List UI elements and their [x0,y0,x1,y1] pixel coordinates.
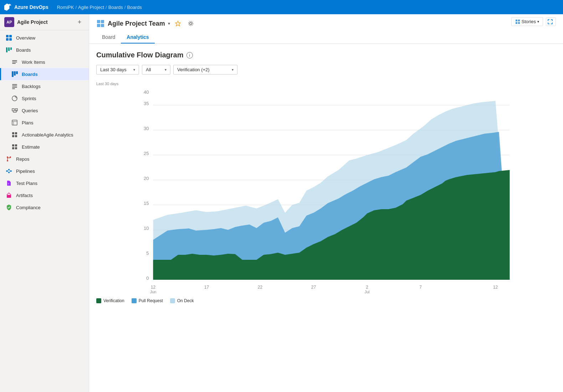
svg-rect-33 [15,147,17,149]
content-tabs: Board Analytics [96,31,556,43]
svg-rect-16 [12,88,15,89]
svg-rect-48 [7,195,11,198]
svg-rect-2 [6,38,9,41]
svg-rect-9 [12,63,16,64]
svg-rect-13 [12,84,17,85]
svg-line-46 [10,171,10,172]
sidebar-item-boards-group[interactable]: Boards [0,44,89,56]
svg-text:5: 5 [146,251,149,256]
svg-rect-10 [12,71,14,77]
svg-rect-4 [6,47,7,52]
azure-devops-logo-icon [4,4,11,11]
breadcrumb-boards-2[interactable]: Boards [127,5,142,10]
overview-icon [5,34,12,41]
svg-rect-8 [12,62,17,62]
svg-rect-14 [12,86,17,86]
type-chevron-icon: ▾ [165,68,167,72]
tab-board[interactable]: Board [96,31,121,43]
pipelines-icon [5,167,12,175]
sidebar-item-plans[interactable]: Plans [0,117,89,129]
svg-text:T: T [8,183,9,185]
breadcrumb-agile-project[interactable]: Agile Project [78,5,104,10]
sidebar-item-boards[interactable]: Boards [0,68,89,80]
period-chevron-icon: ▾ [133,68,135,72]
cfd-chart: 0 5 10 15 20 25 30 35 40 [96,87,556,294]
sidebar-item-estimate[interactable]: Estimate [0,141,89,153]
svg-rect-56 [516,20,517,21]
content-area: Agile Project Team ▾ Stories ▾ [89,14,563,392]
sidebar-item-repos[interactable]: Repos [0,153,89,165]
stages-filter-value: Verification (+2) [177,67,210,72]
svg-text:30: 30 [144,126,149,131]
analytics-body: Cumulative Flow Diagram i Last 30 days ▾… [89,44,563,392]
sidebar-item-sprints[interactable]: Sprints [0,92,89,104]
breadcrumb-sep-2: / [106,5,107,10]
project-name: Agile Project [17,19,48,25]
sidebar-item-compliance[interactable]: Compliance [0,201,89,213]
period-filter[interactable]: Last 30 days ▾ [96,65,139,74]
stages-filter[interactable]: Verification (+2) ▾ [173,65,237,74]
sidebar-item-compliance-label: Compliance [16,205,41,210]
sidebar-item-artifacts[interactable]: Artifacts [0,189,89,201]
svg-point-54 [190,22,192,25]
sidebar-item-work-items-label: Work Items [22,60,45,65]
tab-analytics[interactable]: Analytics [121,31,154,43]
artifacts-icon [5,192,12,199]
svg-text:12: 12 [493,285,498,290]
sidebar-item-pipelines[interactable]: Pipelines [0,165,89,177]
sidebar-nav: Overview Boards [0,30,89,215]
svg-rect-57 [518,20,520,21]
breadcrumb-boards-1[interactable]: Boards [108,5,123,10]
svg-text:12: 12 [151,285,156,290]
compliance-icon [5,204,12,211]
breadcrumb-romipk[interactable]: RomiPK [57,5,74,10]
svg-rect-6 [10,47,12,50]
svg-text:Jun: Jun [150,290,157,294]
svg-text:25: 25 [144,151,149,156]
settings-button[interactable] [186,19,196,29]
svg-point-35 [7,160,8,161]
topbar: Azure DevOps RomiPK / Agile Project / Bo… [0,0,563,14]
svg-text:20: 20 [144,176,149,181]
svg-point-42 [10,170,12,172]
sidebar-item-overview[interactable]: Overview [0,32,89,44]
svg-text:40: 40 [144,89,149,95]
add-project-button[interactable]: + [75,17,85,27]
sidebar-item-work-items[interactable]: Work Items [0,56,89,68]
svg-text:10: 10 [144,226,149,231]
stories-label: Stories [522,19,536,24]
pull-request-label: Pull Request [139,298,163,303]
sidebar-item-backlogs[interactable]: Backlogs [0,80,89,92]
sidebar-item-test-plans-label: Test Plans [16,181,37,186]
chart-container: Last 30 days 0 5 10 15 20 25 30 35 40 [96,82,556,303]
team-icon [96,19,105,28]
team-chevron-icon[interactable]: ▾ [168,21,170,26]
info-icon[interactable]: i [186,52,193,58]
favorite-button[interactable] [173,19,183,29]
svg-point-41 [8,172,10,173]
svg-text:Jul: Jul [364,290,369,294]
period-filter-value: Last 30 days [100,67,127,72]
svg-rect-26 [12,132,14,134]
svg-text:7: 7 [419,285,422,290]
svg-rect-30 [12,144,14,146]
type-filter[interactable]: All ▾ [142,65,170,74]
stories-button[interactable]: Stories ▾ [511,17,543,26]
sidebar-item-test-plans[interactable]: T Test Plans [0,177,89,189]
svg-rect-31 [15,144,17,146]
verification-swatch [96,298,101,303]
svg-rect-29 [15,135,17,137]
svg-rect-59 [518,22,520,24]
svg-line-44 [7,171,8,172]
svg-rect-52 [101,24,104,27]
team-name: Agile Project Team [108,20,165,27]
expand-button[interactable] [546,17,556,26]
svg-point-40 [8,169,10,170]
chart-title: Cumulative Flow Diagram [96,51,184,59]
filter-row: Last 30 days ▾ All ▾ Verification (+2) ▾ [96,65,556,74]
sidebar-item-actionable[interactable]: ActionableAgile Analytics [0,129,89,141]
svg-rect-49 [97,20,100,23]
pull-request-swatch [132,298,137,303]
sidebar-item-queries[interactable]: Queries [0,104,89,117]
svg-text:22: 22 [258,285,263,290]
